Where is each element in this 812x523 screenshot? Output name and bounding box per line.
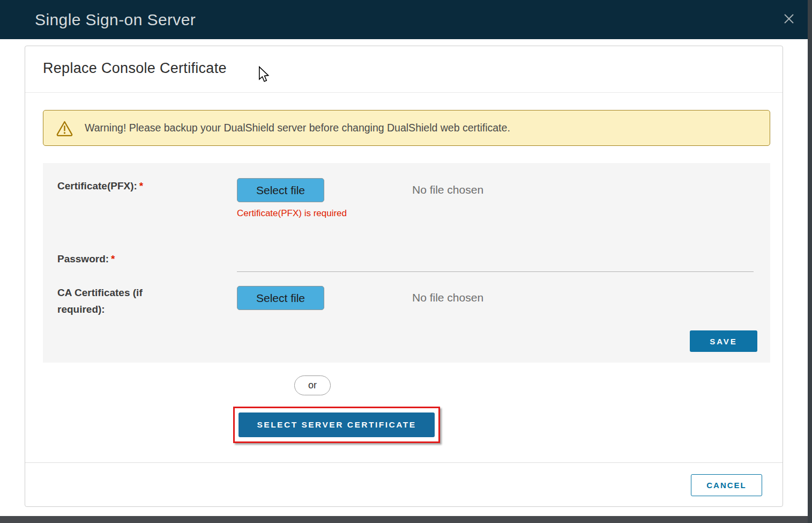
warning-text: Warning! Please backup your DualShield s…: [85, 122, 510, 134]
cancel-button[interactable]: CANCEL: [691, 474, 762, 496]
certificate-error-message: Certificate(PFX) is required: [237, 208, 347, 219]
required-asterisk: *: [139, 180, 143, 191]
certificate-select-file-button[interactable]: Select file: [237, 178, 324, 202]
certificate-pfx-label: Certificate(PFX):*: [57, 178, 143, 194]
annotation-highlight-box: SELECT SERVER CERTIFICATE: [233, 407, 440, 443]
close-icon: [781, 11, 797, 27]
required-asterisk: *: [111, 253, 115, 264]
dialog-title: Replace Console Certificate: [43, 60, 227, 77]
or-separator: or: [294, 375, 331, 395]
ca-file-status: No file chosen: [412, 291, 483, 304]
window-right-edge: [808, 0, 812, 523]
password-input[interactable]: [237, 249, 754, 272]
warning-banner: Warning! Please backup your DualShield s…: [43, 110, 770, 146]
certificate-file-status: No file chosen: [412, 183, 483, 196]
modal-titlebar: Single Sign-on Server: [0, 0, 808, 39]
mouse-cursor: [257, 66, 270, 83]
select-server-certificate-button[interactable]: SELECT SERVER CERTIFICATE: [239, 412, 435, 437]
certificate-form: Certificate(PFX):* Select file No file c…: [43, 163, 770, 363]
dialog-footer: CANCEL: [25, 462, 783, 507]
close-button[interactable]: [778, 8, 800, 30]
ca-select-file-button[interactable]: Select file: [237, 286, 324, 310]
dialog-header: Replace Console Certificate: [25, 46, 783, 93]
window-bottom-edge: [0, 516, 812, 523]
modal-title: Single Sign-on Server: [35, 11, 196, 29]
replace-console-certificate-dialog: Replace Console Certificate Warning! Ple…: [25, 46, 783, 507]
warning-icon: [56, 120, 73, 136]
save-button[interactable]: SAVE: [690, 330, 757, 352]
ca-certificates-label: CA Certificates (if required):: [57, 284, 170, 318]
password-label: Password:*: [57, 251, 115, 267]
